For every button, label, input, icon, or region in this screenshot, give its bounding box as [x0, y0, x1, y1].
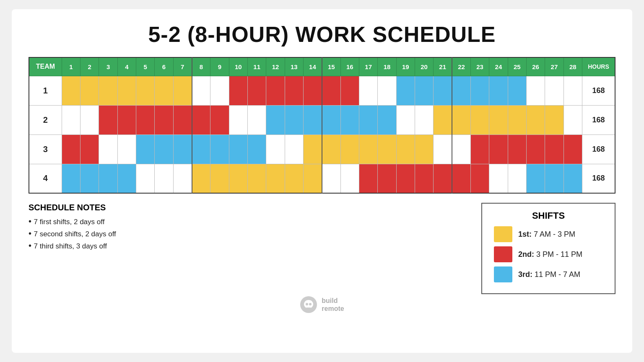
cell-team3-day4: [117, 134, 136, 164]
cell-team4-day17: [359, 164, 377, 193]
cell-team3-day25: [508, 134, 526, 164]
legend-item: 3rd: 11 PM - 7 AM: [494, 266, 603, 282]
cell-team4-day22: [452, 164, 470, 193]
header-day-2: 2: [80, 57, 99, 76]
cell-team4-day4: [117, 164, 136, 193]
cell-team4-day9: [210, 164, 229, 193]
header-day-18: 18: [378, 57, 396, 76]
cell-team2-day1: [62, 105, 80, 134]
cell-team2-day28: [564, 105, 582, 134]
cell-team3-day20: [415, 134, 433, 164]
header-day-5: 5: [136, 57, 155, 76]
cell-team2-day20: [415, 105, 433, 134]
legend-items: 1st: 7 AM - 3 PM2nd: 3 PM - 11 PM3rd: 11…: [494, 226, 603, 282]
cell-team1-day1: [62, 76, 80, 105]
header-day-21: 21: [434, 57, 452, 76]
cell-team1-day12: [266, 76, 285, 105]
svg-point-2: [309, 303, 312, 305]
cell-team4-day27: [545, 164, 564, 193]
schedule-body: 1168216831684168: [29, 76, 615, 193]
header-day-26: 26: [526, 57, 545, 76]
header-day-14: 14: [304, 57, 322, 76]
cell-team2-day7: [173, 105, 192, 134]
cell-team2-day21: [434, 105, 452, 134]
header-day-10: 10: [229, 57, 247, 76]
cell-team1-day17: [359, 76, 377, 105]
cell-team2-day15: [322, 105, 340, 134]
cell-team4-day18: [378, 164, 396, 193]
cell-team4-day20: [415, 164, 433, 193]
cell-team2-day25: [508, 105, 526, 134]
cell-team2-day6: [155, 105, 173, 134]
notes-list-item: 7 first shifts, 2 days off: [29, 217, 481, 226]
cell-team2-day17: [359, 105, 377, 134]
cell-team1-day27: [545, 76, 564, 105]
cell-team2-day2: [80, 105, 99, 134]
cell-team1-day4: [117, 76, 136, 105]
header-day-4: 4: [117, 57, 136, 76]
notes-title: SCHEDULE NOTES: [29, 203, 481, 212]
cell-team2-day14: [304, 105, 322, 134]
header-day-28: 28: [564, 57, 582, 76]
cell-team4-day12: [266, 164, 285, 193]
cell-team3-day5: [136, 134, 155, 164]
cell-team3-day11: [248, 134, 266, 164]
cell-team3-day23: [470, 134, 489, 164]
header-day-19: 19: [396, 57, 415, 76]
cell-team3-day7: [173, 134, 192, 164]
cell-team2-day18: [378, 105, 396, 134]
cell-team3-day24: [489, 134, 508, 164]
header-day-11: 11: [248, 57, 266, 76]
cell-team4-day15: [322, 164, 340, 193]
cell-team1-day15: [322, 76, 340, 105]
header-day-24: 24: [489, 57, 508, 76]
legend-box: SHIFTS 1st: 7 AM - 3 PM2nd: 3 PM - 11 PM…: [481, 203, 615, 294]
cell-team3-day8: [192, 134, 210, 164]
header-day-22: 22: [452, 57, 470, 76]
cell-team2-day27: [545, 105, 564, 134]
cell-team1-day13: [285, 76, 303, 105]
cell-team3-day19: [396, 134, 415, 164]
cell-team1-day7: [173, 76, 192, 105]
cell-team4-day26: [526, 164, 545, 193]
cell-team1-day2: [80, 76, 99, 105]
legend-item: 2nd: 3 PM - 11 PM: [494, 246, 603, 262]
cell-team1-day3: [99, 76, 117, 105]
cell-team4-day13: [285, 164, 303, 193]
legend-label: 2nd: 3 PM - 11 PM: [518, 250, 582, 259]
cell-team1-day5: [136, 76, 155, 105]
header-day-16: 16: [340, 57, 359, 76]
cell-team1-day14: [304, 76, 322, 105]
cell-team3-day6: [155, 134, 173, 164]
logo-area: buildremote: [300, 296, 344, 313]
cell-team4-day8: [192, 164, 210, 193]
cell-team4-day28: [564, 164, 582, 193]
bottom-section: SCHEDULE NOTES 7 first shifts, 2 days of…: [29, 203, 615, 294]
header-day-23: 23: [470, 57, 489, 76]
hours-cell-4: 168: [582, 164, 615, 193]
cell-team1-day28: [564, 76, 582, 105]
header-day-25: 25: [508, 57, 526, 76]
cell-team1-day8: [192, 76, 210, 105]
header-day-17: 17: [359, 57, 377, 76]
cell-team4-day5: [136, 164, 155, 193]
notes-list: 7 first shifts, 2 days off7 second shift…: [29, 217, 481, 251]
cell-team2-day4: [117, 105, 136, 134]
legend-title: SHIFTS: [494, 210, 603, 221]
table-row: 3168: [29, 134, 615, 164]
cell-team3-day22: [452, 134, 470, 164]
cell-team3-day16: [340, 134, 359, 164]
cell-team2-day24: [489, 105, 508, 134]
legend-swatch-red: [494, 246, 512, 262]
brand-icon: [300, 296, 317, 313]
cell-team2-day26: [526, 105, 545, 134]
cell-team1-day22: [452, 76, 470, 105]
cell-team2-day11: [248, 105, 266, 134]
cell-team2-day8: [192, 105, 210, 134]
cell-team1-day25: [508, 76, 526, 105]
notes-list-item: 7 third shifts, 3 days off: [29, 241, 481, 251]
cell-team4-day23: [470, 164, 489, 193]
cell-team1-day19: [396, 76, 415, 105]
schedule-table: TEAM 12345678910111213141516171819202122…: [29, 57, 615, 194]
legend-swatch-blue: [494, 266, 512, 282]
